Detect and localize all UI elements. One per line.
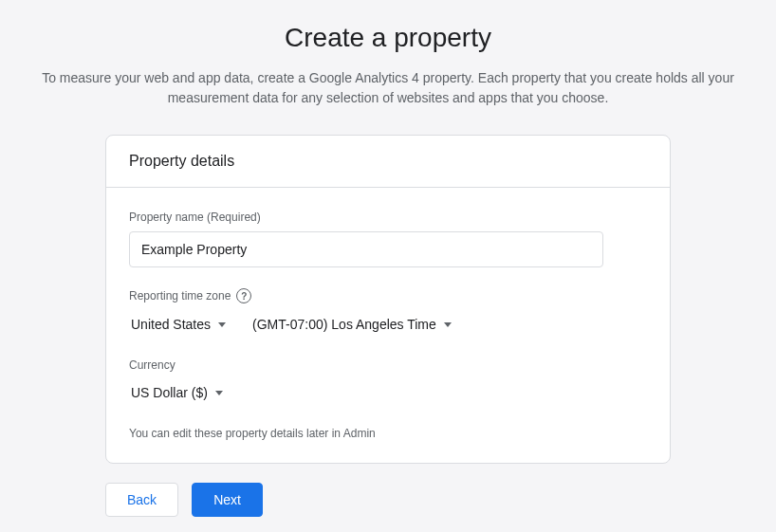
chevron-down-icon [215, 391, 223, 395]
timezone-dropdown[interactable]: (GMT-07:00) Los Angeles Time [250, 311, 453, 338]
timezone-dropdown-value: (GMT-07:00) Los Angeles Time [252, 317, 436, 332]
currency-dropdown-value: US Dollar ($) [131, 385, 208, 400]
chevron-down-icon [218, 322, 226, 327]
time-zone-field: Reporting time zone ? United States (GMT… [129, 288, 647, 338]
currency-field: Currency US Dollar ($) [129, 358, 647, 406]
card-header: Property details [106, 136, 670, 188]
card-header-title: Property details [129, 153, 647, 170]
property-name-input[interactable] [129, 231, 603, 267]
time-zone-label: Reporting time zone ? [129, 288, 647, 303]
currency-label: Currency [129, 358, 647, 372]
next-button[interactable]: Next [192, 483, 263, 517]
page-description: To measure your web and app data, create… [0, 68, 776, 108]
page-title: Create a property [0, 23, 776, 53]
country-dropdown[interactable]: United States [129, 311, 228, 338]
help-icon[interactable]: ? [236, 288, 251, 303]
chevron-down-icon [444, 322, 452, 327]
action-buttons: Back Next [105, 483, 671, 517]
property-name-label: Property name (Required) [129, 211, 647, 224]
time-zone-label-text: Reporting time zone [129, 289, 231, 303]
property-details-card: Property details Property name (Required… [105, 135, 671, 464]
country-dropdown-value: United States [131, 317, 211, 332]
back-button[interactable]: Back [105, 483, 178, 517]
edit-later-hint: You can edit these property details late… [129, 427, 647, 440]
property-name-field: Property name (Required) [129, 211, 647, 267]
currency-dropdown[interactable]: US Dollar ($) [129, 379, 225, 406]
